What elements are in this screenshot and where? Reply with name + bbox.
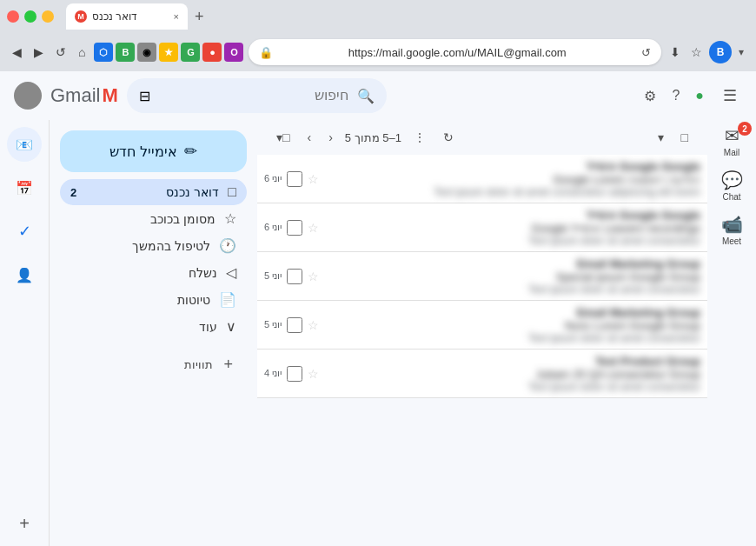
more-label: עוד [70, 320, 217, 334]
reload-button[interactable]: ↺ [52, 42, 70, 63]
ext-icon-red[interactable]: ● [202, 43, 222, 62]
app-icon-tasks[interactable]: ✓ [7, 214, 42, 249]
nav-item-inbox[interactable]: □דואר נכנס2 [60, 179, 247, 205]
mail-toolbar: ▾ □ ‹ › 1–5 מתוך 5 ⋮ ↻ ▾ □ [257, 120, 707, 155]
select-checkbox-all[interactable]: □ [676, 127, 693, 148]
email-content-2: Email Marketing GroupSpecial ipsum Googl… [324, 257, 700, 296]
email-star-1[interactable]: ☆ [308, 221, 319, 235]
app-icon-calendar[interactable]: 📅 [7, 170, 42, 205]
email-item-4[interactable]: יוני 4☆Test Product GroupJubam 25 QA con… [257, 350, 707, 398]
close-button[interactable] [7, 10, 19, 23]
email-checkbox-1[interactable] [287, 220, 302, 236]
help-button[interactable]: ? [666, 83, 685, 109]
email-checkbox-3[interactable] [287, 317, 302, 333]
browser-chrome: M דואר נכנס × + [0, 0, 756, 33]
toolbar-back-button[interactable]: ‹ [302, 127, 316, 148]
email-star-2[interactable]: ☆ [308, 270, 319, 283]
compose-button[interactable]: ✏ אימייל חדש [60, 130, 247, 172]
email-checkbox-0[interactable] [287, 171, 302, 187]
meet-icon: 📹 [721, 214, 743, 235]
topbar-icons: ⚙ ? ● [639, 83, 709, 110]
app-icon-contacts[interactable]: 👤 [7, 257, 42, 292]
email-sender-4: Test Product Group [324, 355, 700, 368]
toolbar-forward-button[interactable]: › [323, 127, 338, 148]
drafts-icon: 📄 [219, 291, 236, 308]
gmail-app: Gmail M ⊟ 🔍 ⚙ ? ● ☰ 📧 📅 ✓ 👤 + [0, 71, 756, 546]
email-snippet-4: Text ipsum dolor sit amet consectetur [324, 381, 700, 393]
inbox-badge: 2 [70, 186, 76, 199]
email-subject-2: Special ipsum Google Group [324, 270, 700, 283]
labels-section-header[interactable]: + תוויות [60, 347, 247, 383]
compose-label: אימייל חדש [109, 143, 176, 160]
bookmark-button[interactable]: ☆ [687, 42, 706, 63]
email-date-1: יוני 6 [264, 222, 282, 233]
tab-close-button[interactable]: × [174, 11, 179, 22]
rail-item-mail[interactable]: 2 ✉ Mail [710, 120, 753, 163]
refresh-button[interactable]: ↻ [438, 127, 459, 148]
search-icon[interactable]: 🔍 [357, 88, 375, 104]
ext-icon-puzzle[interactable]: ⬡ [94, 43, 113, 62]
select-type-icon: ▾ [658, 130, 664, 144]
hamburger-button[interactable]: ☰ [718, 81, 742, 110]
address-bar[interactable]: 🔒 https://mail.google.com/u/MAIL@gmail.c… [249, 39, 661, 65]
search-input[interactable] [159, 88, 348, 103]
new-tab-button[interactable]: + [191, 8, 208, 26]
ext-icon-yellow[interactable]: ★ [159, 43, 178, 62]
nav-item-sent[interactable]: ◁נשלח [60, 259, 247, 286]
gmail-logo-m: M [102, 84, 117, 107]
back-button[interactable]: ◀ [9, 42, 25, 63]
email-star-0[interactable]: ☆ [308, 172, 319, 186]
email-checkbox-2[interactable] [287, 269, 302, 284]
search-bar[interactable]: ⊟ 🔍 [127, 78, 387, 113]
forward-button[interactable]: ▶ [30, 42, 47, 63]
email-star-3[interactable]: ☆ [308, 318, 319, 332]
select-type-button[interactable]: ▾ [653, 127, 669, 148]
home-button[interactable]: ⌂ [75, 42, 89, 63]
email-item-3[interactable]: יוני 5☆Email Marketing GroupNunc Lorem G… [257, 301, 707, 350]
minimize-button[interactable] [42, 10, 54, 23]
browser-menu-button[interactable]: ▾ [735, 44, 747, 60]
email-item-1[interactable]: יוני 6☆Google Google אימיילLeavern recor… [257, 203, 707, 252]
window-controls [7, 10, 54, 23]
ext-icon-green[interactable]: B [116, 43, 135, 62]
nav-item-drafts[interactable]: 📄טיוטות [60, 286, 247, 313]
more-icon: ∨ [226, 318, 236, 335]
chat-icon: 💬 [721, 170, 743, 190]
add-label-button[interactable]: + [220, 352, 236, 377]
pagination-text: 1–5 מתוך 5 [345, 131, 401, 144]
nav-item-starred[interactable]: ☆מסומן בכוכב [60, 205, 247, 232]
email-checkbox-4[interactable] [287, 366, 302, 382]
email-sender-0: Google Google אימייל [324, 160, 700, 173]
active-tab[interactable]: M דואר נכנס × [66, 3, 188, 30]
tab-bar: M דואר נכנס × + [66, 3, 749, 30]
email-item-2[interactable]: יוני 5☆Email Marketing GroupSpecial ipsu… [257, 252, 707, 301]
downloads-button[interactable]: ⬇ [666, 42, 684, 63]
email-date-4: יוני 4 [264, 368, 282, 379]
ext-icon-g[interactable]: G [181, 43, 200, 62]
select-all-button[interactable]: ▾ □ [271, 127, 295, 148]
mail-icon: ✉ [725, 125, 739, 146]
inbox-icon: □ [228, 184, 236, 200]
add-app-button[interactable]: + [9, 508, 40, 539]
maximize-button[interactable] [24, 10, 36, 23]
ext-icon-purple[interactable]: O [224, 43, 243, 62]
avatar[interactable] [14, 82, 42, 110]
nav-item-more[interactable]: ∨עוד [60, 313, 247, 340]
status-button[interactable]: ● [690, 83, 709, 109]
email-star-4[interactable]: ☆ [308, 367, 319, 381]
email-subject-0: הודעה ראשונה Google Lorem [324, 173, 700, 186]
select-checkbox: □ [282, 130, 289, 144]
edit-icon: ✏ [184, 142, 197, 161]
browser-account-button[interactable]: B [709, 41, 732, 63]
rail-item-chat[interactable]: 💬 Chat [710, 164, 753, 207]
email-item-0[interactable]: יוני 6☆Google Google אימיילהודעה ראשונה … [257, 155, 707, 203]
settings-button[interactable]: ⚙ [639, 83, 661, 110]
ext-icon-grey[interactable]: ◉ [137, 43, 156, 62]
more-options-button[interactable]: ⋮ [408, 127, 431, 148]
nav-item-snoozed[interactable]: 🕐לטיפול בהמשך [60, 232, 247, 259]
sent-label: נשלח [70, 266, 217, 280]
email-content-4: Test Product GroupJubam 25 QA consectetu… [324, 355, 700, 393]
select-dropdown-icon: ▾ [276, 130, 282, 144]
app-icon-mail[interactable]: 📧 [7, 127, 42, 162]
rail-item-meet[interactable]: 📹 Meet [710, 209, 753, 251]
